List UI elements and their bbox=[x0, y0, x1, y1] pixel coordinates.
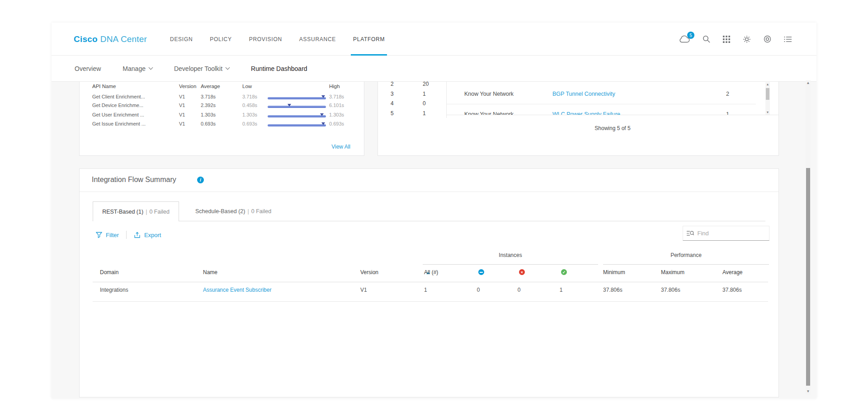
events-list-scrollbar[interactable]: ▲ ▼ bbox=[765, 82, 770, 115]
status-inprogress-icon bbox=[478, 269, 484, 275]
chevron-down-icon bbox=[226, 65, 230, 70]
table-toolbar: Filter Export bbox=[96, 227, 161, 243]
chevron-down-icon bbox=[149, 65, 153, 70]
event-name-link[interactable]: BGP Tunnel Connectivity bbox=[552, 84, 615, 104]
scroll-up-icon[interactable]: ▲ bbox=[765, 82, 770, 87]
tab-rest-based[interactable]: REST-Based (1) | 0 Failed bbox=[93, 201, 179, 221]
notifications-cloud-icon[interactable]: 5 bbox=[679, 35, 690, 43]
flow-name-link[interactable]: Assurance Event Subscriber bbox=[203, 287, 271, 293]
events-list-viewport: Know Your Network BGP Tunnel Connectivit… bbox=[447, 82, 778, 115]
help-icon[interactable] bbox=[764, 35, 771, 43]
subnav-runtime-dashboard[interactable]: Runtime Dashboard bbox=[251, 65, 307, 72]
header-underline bbox=[93, 282, 768, 282]
col-high: High bbox=[329, 84, 340, 89]
api-performance-card: API Name Version Average Low High Get Cl… bbox=[79, 82, 364, 156]
inprogress-count-cell: 0 bbox=[477, 287, 480, 293]
scrollbar-thumb[interactable] bbox=[766, 88, 769, 100]
cisco-dna-center-logo[interactable]: Cisco DNA Center bbox=[74, 23, 147, 56]
find-input[interactable] bbox=[697, 230, 765, 237]
scroll-down-icon[interactable]: ▼ bbox=[806, 389, 811, 394]
app-window: Cisco DNA Center DESIGN POLICY PROVISION… bbox=[52, 23, 816, 398]
divider bbox=[80, 191, 778, 192]
find-icon bbox=[687, 230, 694, 237]
scrollbar-thumb[interactable] bbox=[806, 168, 810, 386]
gear-icon[interactable] bbox=[743, 35, 751, 43]
api-row: Get Issue Enrichment ... V1 0.693s 0.693… bbox=[80, 121, 364, 130]
latency-range-slider bbox=[268, 124, 326, 126]
card-title: Integration Flow Summary bbox=[92, 176, 176, 184]
tab-schedule-based[interactable]: Schedule-Based (2) | 0 Failed bbox=[195, 201, 271, 221]
find-search-box[interactable] bbox=[683, 226, 769, 241]
col-domain[interactable]: Domain bbox=[100, 269, 118, 275]
col-all-sorted[interactable]: All (#) bbox=[424, 269, 430, 275]
subnav-manage[interactable]: Manage bbox=[123, 65, 152, 72]
failed-count: 0 Failed bbox=[251, 208, 271, 215]
api-row: Get Client Enrichment... V1 3.718s 3.718… bbox=[80, 94, 364, 103]
info-icon[interactable]: i bbox=[197, 177, 204, 183]
nav-assurance[interactable]: ASSURANCE bbox=[299, 23, 336, 56]
main-nav: DESIGN POLICY PROVISION ASSURANCE PLATFO… bbox=[170, 23, 385, 56]
event-count: 2 bbox=[726, 84, 729, 104]
event-list-item: Know Your Network WLC Power Supply Failu… bbox=[447, 104, 756, 115]
col-name[interactable]: Name bbox=[203, 269, 217, 275]
tab-baseline bbox=[93, 221, 765, 221]
apps-grid-icon[interactable] bbox=[723, 36, 730, 43]
view-all-link[interactable]: View All bbox=[331, 144, 350, 150]
integration-table-row: Integrations Assurance Event Subscriber … bbox=[80, 287, 778, 295]
col-average: Average bbox=[201, 84, 220, 89]
col-average[interactable]: Average bbox=[722, 269, 742, 275]
group-underline bbox=[603, 264, 769, 265]
nav-provision[interactable]: PROVISION bbox=[249, 23, 282, 56]
api-name-cell: Get Device Enrichme... bbox=[92, 103, 143, 108]
group-underline bbox=[423, 264, 598, 265]
list-menu-icon[interactable] bbox=[784, 36, 792, 42]
subnav-developer-toolkit[interactable]: Developer Toolkit bbox=[174, 65, 229, 72]
failed-count-cell: 0 bbox=[518, 287, 521, 293]
logo-dna-center: DNA Center bbox=[100, 34, 147, 44]
header-icons: 5 bbox=[679, 23, 792, 56]
subnav-overview[interactable]: Overview bbox=[75, 65, 101, 72]
col-maximum[interactable]: Maximum bbox=[661, 269, 684, 275]
nav-platform[interactable]: PLATFORM bbox=[353, 23, 385, 56]
filter-button[interactable]: Filter bbox=[96, 232, 119, 238]
count-row: 3 1 bbox=[391, 91, 394, 98]
dashboard-content: API Name Version Average Low High Get Cl… bbox=[52, 82, 816, 398]
count-row: 5 1 bbox=[391, 110, 394, 117]
latency-range-slider bbox=[268, 115, 326, 117]
main-header: Cisco DNA Center DESIGN POLICY PROVISION… bbox=[52, 23, 816, 56]
scroll-up-icon[interactable]: ▲ bbox=[806, 80, 811, 86]
event-list-item: Know Your Network BGP Tunnel Connectivit… bbox=[447, 84, 756, 104]
sub-nav: Overview Manage Developer Toolkit Runtim… bbox=[52, 56, 816, 82]
page-scrollbar[interactable]: ▲ ▼ bbox=[806, 80, 811, 394]
minimum-cell: 37.806s bbox=[603, 287, 623, 293]
latency-range-slider bbox=[268, 106, 326, 108]
logo-cisco: Cisco bbox=[74, 34, 98, 44]
scroll-down-icon[interactable]: ▼ bbox=[765, 110, 770, 115]
col-version[interactable]: Version bbox=[360, 269, 378, 275]
event-count: 1 bbox=[726, 104, 729, 115]
export-icon bbox=[134, 232, 141, 238]
success-count-cell: 1 bbox=[560, 287, 563, 293]
integration-table-header: Domain Name Version All (#) × ✓ Minimum … bbox=[80, 269, 778, 276]
average-cell: 37.806s bbox=[722, 287, 742, 293]
col-minimum[interactable]: Minimum bbox=[603, 269, 625, 275]
count-row: 2 20 bbox=[391, 82, 394, 88]
nav-design[interactable]: DESIGN bbox=[170, 23, 193, 56]
failed-count: 0 Failed bbox=[149, 209, 169, 215]
api-name-cell: Get Client Enrichment... bbox=[92, 94, 145, 99]
row-underline bbox=[93, 301, 768, 302]
event-category: Know Your Network bbox=[464, 84, 514, 104]
nav-policy[interactable]: POLICY bbox=[210, 23, 231, 56]
event-name-link[interactable]: WLC Power Supply Failure bbox=[552, 104, 620, 115]
event-category: Know Your Network bbox=[464, 104, 514, 115]
export-button[interactable]: Export bbox=[134, 232, 161, 238]
col-api-name: API Name bbox=[92, 84, 116, 89]
notification-badge[interactable]: 5 bbox=[687, 32, 694, 39]
group-header-performance: Performance bbox=[603, 252, 769, 259]
search-icon[interactable] bbox=[703, 35, 710, 43]
col-version: Version bbox=[179, 84, 196, 89]
slider-marker bbox=[321, 95, 325, 98]
col-low: Low bbox=[242, 84, 252, 89]
slider-marker bbox=[321, 122, 325, 125]
slider-marker bbox=[320, 113, 324, 116]
